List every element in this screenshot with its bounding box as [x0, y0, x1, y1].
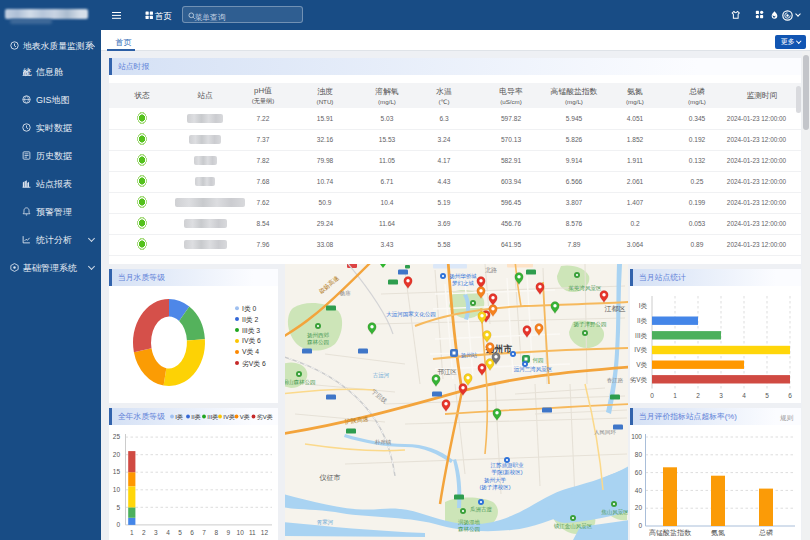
svg-text:扬州华侨城: 扬州华侨城: [449, 273, 477, 280]
svg-text:北路: 北路: [485, 266, 497, 274]
svg-text:江都区: 江都区: [605, 305, 626, 313]
svg-text:仪征市: 仪征市: [320, 473, 341, 482]
svg-text:杨庙: 杨庙: [339, 290, 352, 297]
svg-text:梦幻之城: 梦幻之城: [452, 280, 475, 287]
svg-text:茱萸湾风景区: 茱萸湾风景区: [569, 285, 603, 292]
svg-text:学院(新校区): 学院(新校区): [491, 469, 522, 476]
svg-text:瓜洲古渡: 瓜洲古渡: [470, 506, 493, 513]
svg-text:铜山森林公园: 铜山森林公园: [285, 379, 316, 386]
svg-text:焦山风景区: 焦山风景区: [601, 509, 628, 515]
svg-text:森林公园: 森林公园: [307, 339, 329, 346]
svg-text:镇江金山风景区: 镇江金山风景区: [554, 523, 593, 530]
svg-text:运河三湾风景区: 运河三湾风景区: [514, 366, 553, 373]
svg-text:邗江区: 邗江区: [437, 368, 457, 376]
svg-text:何园: 何园: [533, 357, 544, 364]
svg-text:润扬湿地: 润扬湿地: [458, 519, 481, 526]
svg-text:大运河国家文化公园: 大运河国家文化公园: [386, 311, 436, 318]
svg-text:(扬子津校区): (扬子津校区): [479, 484, 510, 491]
svg-text:朴席镇: 朴席镇: [374, 439, 392, 445]
svg-text:人民回环: 人民回环: [594, 429, 617, 436]
svg-text:森林公园: 森林公园: [458, 526, 480, 533]
svg-text:扬州大学: 扬州大学: [484, 477, 507, 484]
svg-text:扬子津野公园: 扬子津野公园: [574, 321, 607, 328]
svg-text:胥家河: 胥家河: [317, 519, 334, 526]
svg-text:扬州站: 扬州站: [461, 352, 478, 359]
svg-text:古运河: 古运河: [373, 372, 390, 379]
svg-text:江苏旅游职业: 江苏旅游职业: [491, 462, 525, 469]
svg-text:春江路: 春江路: [607, 377, 624, 384]
svg-text:扬州西郊: 扬州西郊: [307, 332, 330, 339]
